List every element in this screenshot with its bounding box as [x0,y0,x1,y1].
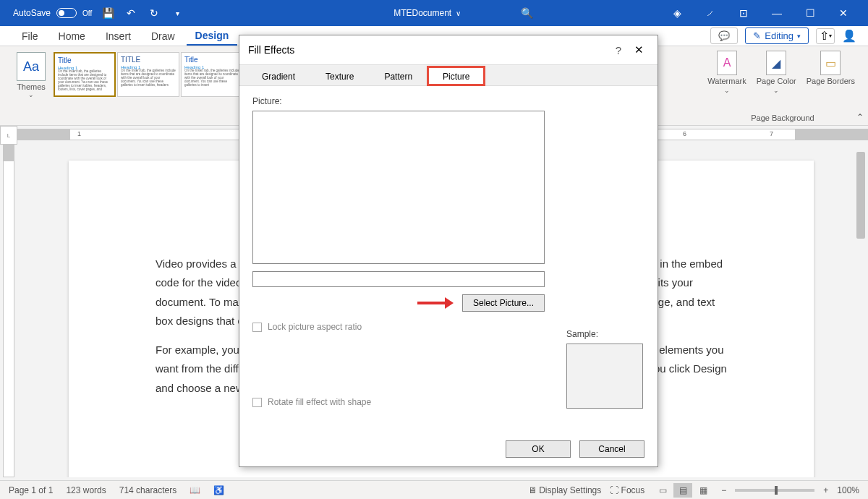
style-thumbnail[interactable]: Title Heading 1 On the Insert tab, the g… [181,52,243,97]
zoom-slider[interactable] [735,489,814,492]
vertical-ruler[interactable] [3,145,14,477]
dialog-titlebar: Fill Effects ? ✕ [239,35,658,64]
autosave-label: AutoSave [13,8,51,18]
checkbox-icon [252,398,262,407]
comment-icon: 💬 [718,30,730,41]
zoom-level[interactable]: 100% [837,485,859,495]
vertical-scrollbar[interactable] [855,145,867,477]
tab-home[interactable]: Home [50,27,94,45]
page-borders-button[interactable]: ▭ Page Borders [807,51,855,94]
toggle-track[interactable] [56,8,77,18]
char-count[interactable]: 714 characters [119,485,176,495]
account-icon[interactable]: 👤 [842,29,856,43]
editing-label: Editing [765,30,793,41]
qat-dropdown-icon[interactable]: ▾ [171,7,183,19]
select-picture-button[interactable]: Select Picture... [462,294,545,312]
page-background-group-label: Page Background [710,114,855,122]
scroll-thumb[interactable] [856,152,865,239]
themes-button[interactable]: Aa Themes ⌄ [13,52,49,124]
web-layout-icon[interactable]: ▦ [694,483,712,498]
tab-insert[interactable]: Insert [97,27,140,45]
autosave-toggle[interactable]: AutoSave Off [13,8,92,18]
word-count[interactable]: 123 words [66,485,106,495]
themes-icon: Aa [23,59,39,74]
document-title[interactable]: MTEDocument ∨ [393,8,461,18]
tab-design[interactable]: Design [187,27,238,46]
style-gallery[interactable]: Title Heading 1 On the Insert tab, the g… [54,52,243,124]
style-thumbnail[interactable]: TITLE Heading 1 On the Insert tab, the g… [117,52,179,97]
title-bar: AutoSave Off 💾 ↶ ↻ ▾ MTEDocument ∨ 🔍 ◈ ⟋… [0,0,868,26]
tab-picture[interactable]: Picture [427,67,485,85]
autosave-state: Off [82,9,92,17]
checkbox-icon [252,323,262,332]
editing-mode-button[interactable]: ✎ Editing ▾ [745,27,809,44]
spellcheck-icon[interactable]: 📖 [190,485,200,495]
undo-icon[interactable]: ↶ [125,7,137,19]
close-icon[interactable]: ✕ [833,7,854,19]
watermark-icon: A [717,51,737,75]
picture-preview [252,111,545,264]
chevron-down-icon: ∨ [456,9,461,17]
themes-label: Themes [17,82,46,91]
close-icon[interactable]: ✕ [629,43,649,56]
picture-path-input[interactable] [252,271,545,287]
diamond-icon[interactable]: ◈ [667,7,687,19]
annotation-arrow [417,299,454,307]
sample-preview [566,344,643,409]
doc-name-text: MTEDocument [393,8,451,18]
wand-icon[interactable]: ⟋ [700,7,720,19]
collapse-ribbon-icon[interactable]: ⌃ [856,112,864,122]
page-color-button[interactable]: ◢ Page Color⌄ [757,51,796,94]
tab-texture[interactable]: Texture [310,67,369,85]
dialog-tabs: Gradient Texture Pattern Picture [239,64,658,86]
redo-icon[interactable]: ↻ [148,7,160,19]
fill-effects-dialog: Fill Effects ? ✕ Gradient Texture Patter… [239,35,658,467]
comments-button[interactable]: 💬 [710,27,738,44]
style-thumbnail[interactable]: Title Heading 1 On the Insert tab, the g… [54,52,116,97]
display-settings-button[interactable]: 🖥 Display Settings [528,485,601,495]
search-icon[interactable]: 🔍 [521,7,532,19]
maximize-icon[interactable]: ☐ [800,7,820,19]
help-icon[interactable]: ? [608,44,629,56]
pencil-icon: ✎ [753,30,761,41]
picture-field-label: Picture: [252,96,644,106]
ruler-corner[interactable]: L [0,126,17,145]
share-button[interactable]: ⇧▾ [816,28,835,44]
tab-file[interactable]: File [13,27,47,45]
ok-button[interactable]: OK [506,440,571,458]
zoom-in-button[interactable]: + [823,485,828,495]
zoom-out-button[interactable]: − [721,485,726,495]
chevron-down-icon: ▾ [797,33,801,40]
dialog-title: Fill Effects [248,44,608,56]
accessibility-icon[interactable]: ♿ [213,485,224,495]
page-color-icon: ◢ [766,51,786,75]
minimize-icon[interactable]: — [767,7,787,19]
watermark-button[interactable]: A Watermark⌄ [707,51,746,94]
status-bar: Page 1 of 1 123 words 714 characters 📖 ♿… [0,480,868,499]
page-borders-icon: ▭ [820,51,841,75]
window-mode-icon[interactable]: ⊡ [733,7,754,19]
focus-button[interactable]: ⛶ Focus [610,485,644,495]
tab-gradient[interactable]: Gradient [247,67,310,85]
tab-pattern[interactable]: Pattern [369,67,427,85]
tab-draw[interactable]: Draw [142,27,184,45]
save-icon[interactable]: 💾 [102,7,114,19]
page-indicator[interactable]: Page 1 of 1 [9,485,53,495]
read-mode-icon[interactable]: ▭ [653,483,672,498]
print-layout-icon[interactable]: ▤ [673,483,692,498]
sample-label: Sample: [566,329,643,339]
cancel-button[interactable]: Cancel [579,440,644,458]
